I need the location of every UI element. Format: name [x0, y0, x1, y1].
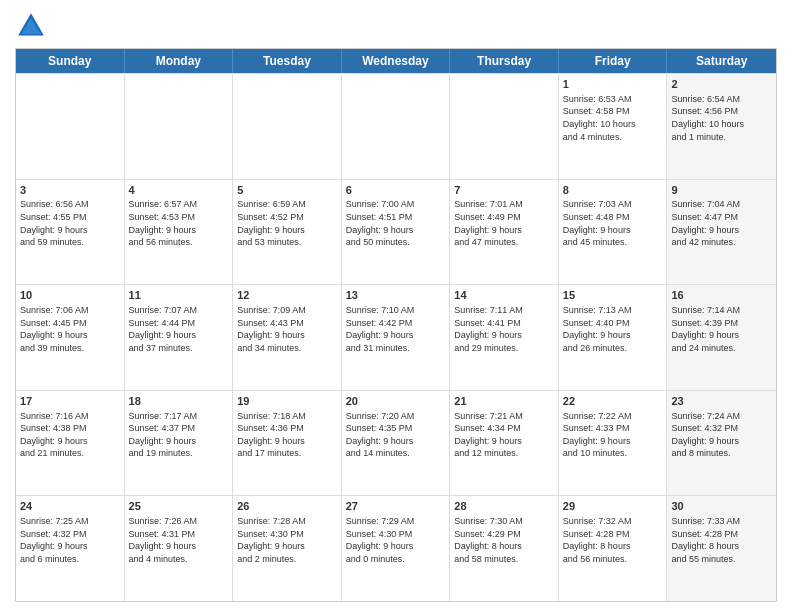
calendar-cell-4-4: 28Sunrise: 7:30 AM Sunset: 4:29 PM Dayli…: [450, 496, 559, 601]
day-number: 24: [20, 499, 120, 514]
day-number: 5: [237, 183, 337, 198]
cell-info: Sunrise: 7:04 AM Sunset: 4:47 PM Dayligh…: [671, 198, 772, 248]
cell-info: Sunrise: 7:01 AM Sunset: 4:49 PM Dayligh…: [454, 198, 554, 248]
calendar-cell-4-1: 25Sunrise: 7:26 AM Sunset: 4:31 PM Dayli…: [125, 496, 234, 601]
header-day-saturday: Saturday: [667, 49, 776, 73]
calendar-cell-0-6: 2Sunrise: 6:54 AM Sunset: 4:56 PM Daylig…: [667, 74, 776, 179]
cell-info: Sunrise: 7:11 AM Sunset: 4:41 PM Dayligh…: [454, 304, 554, 354]
header-day-thursday: Thursday: [450, 49, 559, 73]
day-number: 25: [129, 499, 229, 514]
cell-info: Sunrise: 6:59 AM Sunset: 4:52 PM Dayligh…: [237, 198, 337, 248]
day-number: 21: [454, 394, 554, 409]
day-number: 11: [129, 288, 229, 303]
cell-info: Sunrise: 7:20 AM Sunset: 4:35 PM Dayligh…: [346, 410, 446, 460]
day-number: 9: [671, 183, 772, 198]
day-number: 4: [129, 183, 229, 198]
cell-info: Sunrise: 7:21 AM Sunset: 4:34 PM Dayligh…: [454, 410, 554, 460]
header-day-tuesday: Tuesday: [233, 49, 342, 73]
calendar-row-0: 1Sunrise: 6:53 AM Sunset: 4:58 PM Daylig…: [16, 73, 776, 179]
calendar-cell-3-3: 20Sunrise: 7:20 AM Sunset: 4:35 PM Dayli…: [342, 391, 451, 496]
cell-info: Sunrise: 7:30 AM Sunset: 4:29 PM Dayligh…: [454, 515, 554, 565]
calendar-cell-2-6: 16Sunrise: 7:14 AM Sunset: 4:39 PM Dayli…: [667, 285, 776, 390]
cell-info: Sunrise: 7:07 AM Sunset: 4:44 PM Dayligh…: [129, 304, 229, 354]
calendar-cell-3-2: 19Sunrise: 7:18 AM Sunset: 4:36 PM Dayli…: [233, 391, 342, 496]
calendar-cell-0-3: [342, 74, 451, 179]
cell-info: Sunrise: 7:24 AM Sunset: 4:32 PM Dayligh…: [671, 410, 772, 460]
day-number: 13: [346, 288, 446, 303]
cell-info: Sunrise: 7:32 AM Sunset: 4:28 PM Dayligh…: [563, 515, 663, 565]
calendar-row-3: 17Sunrise: 7:16 AM Sunset: 4:38 PM Dayli…: [16, 390, 776, 496]
calendar-body: 1Sunrise: 6:53 AM Sunset: 4:58 PM Daylig…: [16, 73, 776, 601]
calendar-cell-4-3: 27Sunrise: 7:29 AM Sunset: 4:30 PM Dayli…: [342, 496, 451, 601]
cell-info: Sunrise: 6:54 AM Sunset: 4:56 PM Dayligh…: [671, 93, 772, 143]
cell-info: Sunrise: 7:29 AM Sunset: 4:30 PM Dayligh…: [346, 515, 446, 565]
calendar-cell-1-6: 9Sunrise: 7:04 AM Sunset: 4:47 PM Daylig…: [667, 180, 776, 285]
page: SundayMondayTuesdayWednesdayThursdayFrid…: [0, 0, 792, 612]
cell-info: Sunrise: 7:17 AM Sunset: 4:37 PM Dayligh…: [129, 410, 229, 460]
calendar-header: SundayMondayTuesdayWednesdayThursdayFrid…: [16, 49, 776, 73]
calendar-cell-2-1: 11Sunrise: 7:07 AM Sunset: 4:44 PM Dayli…: [125, 285, 234, 390]
day-number: 12: [237, 288, 337, 303]
cell-info: Sunrise: 7:10 AM Sunset: 4:42 PM Dayligh…: [346, 304, 446, 354]
day-number: 22: [563, 394, 663, 409]
cell-info: Sunrise: 7:00 AM Sunset: 4:51 PM Dayligh…: [346, 198, 446, 248]
calendar-cell-2-3: 13Sunrise: 7:10 AM Sunset: 4:42 PM Dayli…: [342, 285, 451, 390]
day-number: 1: [563, 77, 663, 92]
calendar-cell-1-2: 5Sunrise: 6:59 AM Sunset: 4:52 PM Daylig…: [233, 180, 342, 285]
calendar-cell-1-4: 7Sunrise: 7:01 AM Sunset: 4:49 PM Daylig…: [450, 180, 559, 285]
calendar-row-4: 24Sunrise: 7:25 AM Sunset: 4:32 PM Dayli…: [16, 495, 776, 601]
header-day-wednesday: Wednesday: [342, 49, 451, 73]
calendar-cell-0-5: 1Sunrise: 6:53 AM Sunset: 4:58 PM Daylig…: [559, 74, 668, 179]
calendar-cell-0-2: [233, 74, 342, 179]
calendar-row-1: 3Sunrise: 6:56 AM Sunset: 4:55 PM Daylig…: [16, 179, 776, 285]
cell-info: Sunrise: 7:16 AM Sunset: 4:38 PM Dayligh…: [20, 410, 120, 460]
day-number: 27: [346, 499, 446, 514]
day-number: 10: [20, 288, 120, 303]
cell-info: Sunrise: 7:25 AM Sunset: 4:32 PM Dayligh…: [20, 515, 120, 565]
calendar-cell-1-1: 4Sunrise: 6:57 AM Sunset: 4:53 PM Daylig…: [125, 180, 234, 285]
day-number: 30: [671, 499, 772, 514]
day-number: 26: [237, 499, 337, 514]
day-number: 15: [563, 288, 663, 303]
day-number: 18: [129, 394, 229, 409]
day-number: 29: [563, 499, 663, 514]
calendar-cell-3-1: 18Sunrise: 7:17 AM Sunset: 4:37 PM Dayli…: [125, 391, 234, 496]
cell-info: Sunrise: 6:53 AM Sunset: 4:58 PM Dayligh…: [563, 93, 663, 143]
cell-info: Sunrise: 7:13 AM Sunset: 4:40 PM Dayligh…: [563, 304, 663, 354]
calendar-cell-3-0: 17Sunrise: 7:16 AM Sunset: 4:38 PM Dayli…: [16, 391, 125, 496]
calendar-cell-0-0: [16, 74, 125, 179]
day-number: 14: [454, 288, 554, 303]
calendar-row-2: 10Sunrise: 7:06 AM Sunset: 4:45 PM Dayli…: [16, 284, 776, 390]
logo: [15, 10, 51, 42]
cell-info: Sunrise: 7:33 AM Sunset: 4:28 PM Dayligh…: [671, 515, 772, 565]
cell-info: Sunrise: 7:26 AM Sunset: 4:31 PM Dayligh…: [129, 515, 229, 565]
day-number: 8: [563, 183, 663, 198]
day-number: 28: [454, 499, 554, 514]
calendar-cell-1-3: 6Sunrise: 7:00 AM Sunset: 4:51 PM Daylig…: [342, 180, 451, 285]
calendar: SundayMondayTuesdayWednesdayThursdayFrid…: [15, 48, 777, 602]
cell-info: Sunrise: 7:03 AM Sunset: 4:48 PM Dayligh…: [563, 198, 663, 248]
day-number: 7: [454, 183, 554, 198]
logo-icon: [15, 10, 47, 42]
cell-info: Sunrise: 6:57 AM Sunset: 4:53 PM Dayligh…: [129, 198, 229, 248]
header-day-monday: Monday: [125, 49, 234, 73]
day-number: 17: [20, 394, 120, 409]
calendar-cell-4-0: 24Sunrise: 7:25 AM Sunset: 4:32 PM Dayli…: [16, 496, 125, 601]
calendar-cell-1-5: 8Sunrise: 7:03 AM Sunset: 4:48 PM Daylig…: [559, 180, 668, 285]
calendar-cell-2-5: 15Sunrise: 7:13 AM Sunset: 4:40 PM Dayli…: [559, 285, 668, 390]
calendar-cell-2-0: 10Sunrise: 7:06 AM Sunset: 4:45 PM Dayli…: [16, 285, 125, 390]
day-number: 3: [20, 183, 120, 198]
calendar-cell-4-2: 26Sunrise: 7:28 AM Sunset: 4:30 PM Dayli…: [233, 496, 342, 601]
day-number: 16: [671, 288, 772, 303]
calendar-cell-3-4: 21Sunrise: 7:21 AM Sunset: 4:34 PM Dayli…: [450, 391, 559, 496]
calendar-cell-2-4: 14Sunrise: 7:11 AM Sunset: 4:41 PM Dayli…: [450, 285, 559, 390]
cell-info: Sunrise: 7:09 AM Sunset: 4:43 PM Dayligh…: [237, 304, 337, 354]
calendar-cell-0-4: [450, 74, 559, 179]
day-number: 19: [237, 394, 337, 409]
calendar-cell-3-6: 23Sunrise: 7:24 AM Sunset: 4:32 PM Dayli…: [667, 391, 776, 496]
header-day-sunday: Sunday: [16, 49, 125, 73]
day-number: 23: [671, 394, 772, 409]
calendar-cell-4-6: 30Sunrise: 7:33 AM Sunset: 4:28 PM Dayli…: [667, 496, 776, 601]
cell-info: Sunrise: 7:22 AM Sunset: 4:33 PM Dayligh…: [563, 410, 663, 460]
calendar-cell-0-1: [125, 74, 234, 179]
